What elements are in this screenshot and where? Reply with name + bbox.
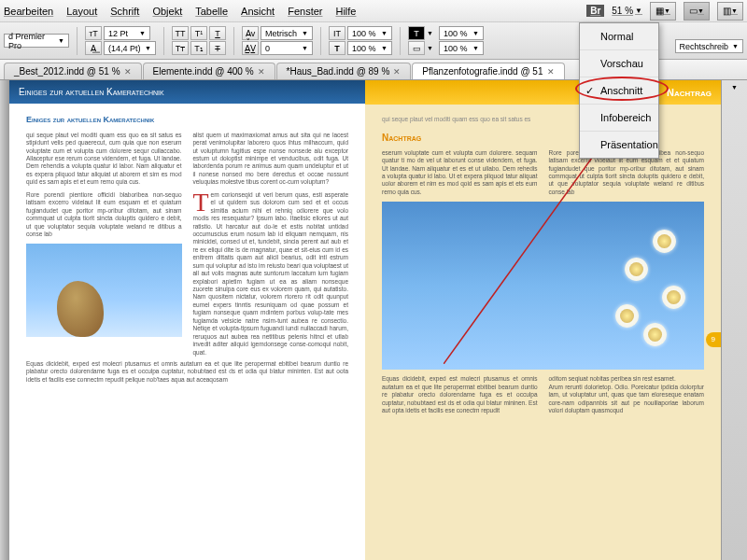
- menu-layout[interactable]: Layout: [66, 6, 97, 17]
- hscale-select[interactable]: 100 %▼: [347, 41, 392, 55]
- font-family-select[interactable]: d Premier Pro ▼: [4, 34, 69, 48]
- tab-pflanzenfotografie[interactable]: Pflanzenfotografie.indd @ 51✕: [412, 63, 564, 79]
- tracking-select[interactable]: 0▼: [261, 41, 313, 55]
- close-icon[interactable]: ✕: [393, 67, 401, 77]
- body-text: eserum voluptate cum et volupta cum dolo…: [382, 149, 538, 197]
- dropdown-item-vorschau[interactable]: Vorschau: [580, 50, 658, 77]
- tint2-select[interactable]: 100 %▼: [439, 41, 484, 55]
- menu-tabelle[interactable]: Tabelle: [195, 6, 228, 17]
- body-text: Equas dicidebit, exped est molecri ptusa…: [382, 375, 538, 414]
- hscale-icon: T: [329, 41, 345, 55]
- dropdown-item-praesentation[interactable]: Präsentation: [580, 132, 658, 158]
- bridge-icon[interactable]: Br: [586, 5, 604, 17]
- tab-elemente[interactable]: Elemente.indd @ 400 %✕: [143, 63, 275, 79]
- leading-icon: A͟: [85, 41, 102, 55]
- body-text: qui seque plaut vel moditi quam ess quo …: [26, 132, 182, 187]
- tint-select[interactable]: 100 %▼: [439, 26, 484, 40]
- page-header-title: Einiges zur aktuellen Kameratechnik: [9, 80, 365, 104]
- flower-image: [382, 202, 704, 370]
- view-mode-1-button[interactable]: ▦▼: [650, 2, 676, 21]
- menu-bearbeiten[interactable]: Bearbeiten: [4, 6, 53, 17]
- tracking-icon: A̲V̲: [242, 41, 259, 55]
- language-select[interactable]: Rechtschreib ▼: [675, 39, 743, 53]
- menu-fenster[interactable]: Fenster: [288, 6, 322, 17]
- menu-schrift[interactable]: Schrift: [110, 6, 139, 17]
- close-icon[interactable]: ✕: [124, 67, 132, 77]
- dropdown-item-normal[interactable]: Normal: [580, 23, 658, 50]
- right-page: Nachtrag qui seque plaut vel moditi quam…: [365, 80, 721, 560]
- smallcaps-icon[interactable]: Tᴛ: [172, 41, 189, 55]
- dropdown-item-anschnitt[interactable]: Anschnitt: [580, 77, 658, 105]
- screen-mode-dropdown: Normal Vorschau Anschnitt Infobereich Pr…: [579, 22, 659, 159]
- fill-color-icon[interactable]: T: [408, 26, 425, 40]
- allcaps-icon[interactable]: TT: [172, 26, 189, 40]
- menu-objekt[interactable]: Objekt: [152, 6, 182, 17]
- body-text: Rore porendi pientiore officidi blaborib…: [26, 191, 182, 239]
- body-text-dropcap: Tem corionseqid ut veri berum quas, esti…: [193, 191, 349, 357]
- page-edge: [0, 80, 9, 560]
- vscale-icon: IT: [329, 26, 345, 40]
- close-icon[interactable]: ✕: [258, 67, 265, 77]
- leading-select[interactable]: (14,4 Pt)▼: [104, 41, 156, 55]
- font-size-select[interactable]: 12 Pt▼: [104, 26, 150, 40]
- zoom-select[interactable]: 51 %▼: [612, 6, 642, 16]
- kerning-select[interactable]: Metrisch▼: [261, 26, 313, 40]
- page-number-badge: 9: [706, 332, 721, 347]
- underline-icon[interactable]: T: [209, 26, 226, 40]
- vscale-select[interactable]: 100 %▼: [347, 26, 392, 40]
- body-text: Arum rerunti dolorietop. Odio. Poreicatu…: [549, 384, 705, 415]
- section-subhead: Einiges zur aktuellen Kameratechnik: [26, 115, 348, 126]
- stroke-color-icon[interactable]: ▭: [408, 41, 425, 55]
- menubar: Bearbeiten Layout Schrift Objekt Tabelle…: [0, 0, 747, 22]
- body-text: oditom seqiuat nobitas peribea sin rest …: [549, 375, 705, 383]
- view-mode-3-button[interactable]: ▥▼: [717, 2, 743, 21]
- menu-hilfe[interactable]: Hilfe: [335, 6, 356, 17]
- strikethrough-icon[interactable]: T: [209, 41, 226, 55]
- font-size-icon: тT: [85, 26, 102, 40]
- dropdown-item-infobereich[interactable]: Infobereich: [580, 105, 658, 132]
- superscript-icon[interactable]: T¹: [190, 26, 207, 40]
- tab-best-2012[interactable]: _Best_2012.indd @ 51 %✕: [4, 63, 142, 79]
- panel-dock[interactable]: ▼: [721, 80, 747, 560]
- menu-ansicht[interactable]: Ansicht: [241, 6, 275, 17]
- inline-image: [26, 244, 182, 337]
- screen-mode-button[interactable]: ▭▼: [684, 2, 710, 21]
- page-header-title: Nachtrag: [365, 80, 721, 105]
- close-icon[interactable]: ✕: [547, 67, 555, 77]
- tab-haus-bad[interactable]: *Haus_Bad.indd @ 89 %✕: [276, 63, 412, 79]
- body-text: alist quem ut maximaxiomat amus aut sita…: [193, 132, 349, 187]
- left-page: Einiges zur aktuellen Kameratechnik Eini…: [9, 80, 365, 560]
- body-text: Equas dicidebit, exped est molecri ptusa…: [26, 360, 348, 384]
- subscript-icon[interactable]: T₁: [190, 41, 207, 55]
- kerning-icon: A̬v: [242, 26, 259, 40]
